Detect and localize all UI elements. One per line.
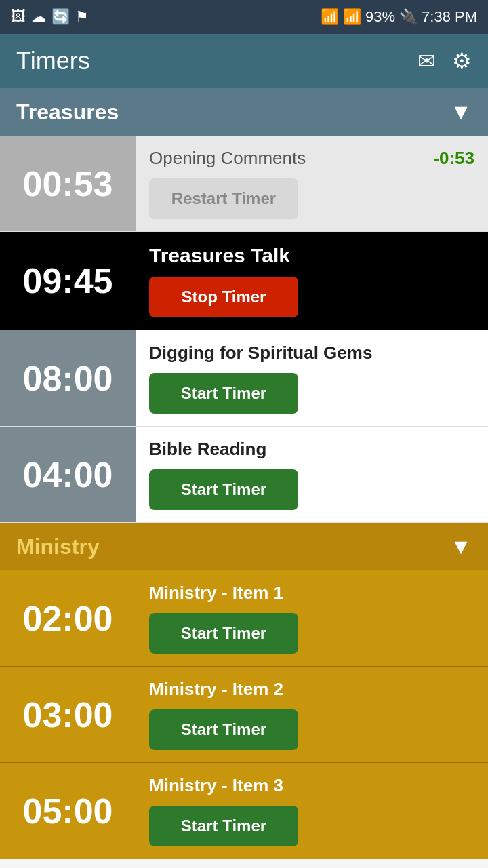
- treasures-talk-row: 09:45 Treasures Talk Stop Timer: [0, 232, 488, 330]
- opening-comments-title-row: Opening Comments -0:53: [149, 148, 474, 169]
- ministry-item-1-content: Ministry - Item 1 Start Timer: [136, 570, 488, 666]
- treasures-talk-timer-display: 09:45: [0, 232, 136, 330]
- sync-icon: 🔄: [52, 8, 70, 26]
- opening-comments-timer-display: 00:53: [0, 136, 136, 231]
- opening-comments-content: Opening Comments -0:53 Restart Timer: [136, 136, 488, 231]
- bible-reading-start-button[interactable]: Start Timer: [149, 469, 298, 510]
- battery-icon: 🔌: [399, 8, 418, 26]
- ministry-item-1-start-button[interactable]: Start Timer: [149, 613, 298, 654]
- digging-gems-content: Digging for Spiritual Gems Start Timer: [136, 330, 488, 426]
- treasures-chevron-icon: ▼: [450, 100, 472, 125]
- treasures-talk-content: Treasures Talk Stop Timer: [136, 232, 488, 330]
- status-bar-right-icons: 📶 📶 93% 🔌 7:38 PM: [321, 8, 477, 26]
- ministry-item-2-timer-display: 03:00: [0, 667, 136, 762]
- settings-icon[interactable]: ⚙: [452, 48, 472, 74]
- digging-gems-row: 08:00 Digging for Spiritual Gems Start T…: [0, 330, 488, 427]
- digging-gems-start-button[interactable]: Start Timer: [149, 373, 298, 414]
- bible-reading-title-row: Bible Reading: [149, 439, 474, 460]
- ministry-item-3-row: 05:00 Ministry - Item 3 Start Timer: [0, 763, 488, 859]
- treasures-section-header[interactable]: Treasures ▼: [0, 88, 488, 136]
- signal-icon: 📶: [343, 8, 361, 26]
- clock-time: 7:38 PM: [422, 8, 477, 26]
- digging-gems-time: 08:00: [23, 358, 113, 399]
- bible-reading-content: Bible Reading Start Timer: [136, 427, 488, 522]
- ministry-item-2-row: 03:00 Ministry - Item 2 Start Timer: [0, 667, 488, 763]
- ministry-item-1-title-row: Ministry - Item 1: [149, 583, 474, 604]
- ministry-item-3-start-button[interactable]: Start Timer: [149, 806, 298, 846]
- bible-reading-timer-display: 04:00: [0, 427, 136, 522]
- status-bar: 🖼 ☁ 🔄 ⚑ 📶 📶 93% 🔌 7:38 PM: [0, 0, 488, 34]
- digging-gems-title-row: Digging for Spiritual Gems: [149, 342, 474, 363]
- bible-reading-row: 04:00 Bible Reading Start Timer: [0, 427, 488, 523]
- ministry-item-2-content: Ministry - Item 2 Start Timer: [136, 667, 488, 762]
- top-bar: Timers ✉ ⚙: [0, 34, 488, 88]
- stop-timer-button[interactable]: Stop Timer: [149, 277, 298, 317]
- restart-timer-button[interactable]: Restart Timer: [149, 178, 298, 219]
- ministry-chevron-icon: ▼: [450, 534, 472, 559]
- bible-reading-time: 04:00: [23, 454, 113, 495]
- cloud-icon: ☁: [31, 8, 46, 26]
- digging-gems-name: Digging for Spiritual Gems: [149, 342, 372, 363]
- ministry-item-3-title-row: Ministry - Item 3: [149, 775, 474, 796]
- treasures-talk-title-row: Treasures Talk: [149, 244, 474, 267]
- opening-comments-name: Opening Comments: [149, 148, 306, 169]
- ministry-item-2-title-row: Ministry - Item 2: [149, 679, 474, 700]
- status-bar-left-icons: 🖼 ☁ 🔄 ⚑: [11, 8, 89, 26]
- ministry-item-2-start-button[interactable]: Start Timer: [149, 709, 298, 750]
- opening-comments-overtime: -0:53: [433, 148, 474, 169]
- ministry-section-header[interactable]: Ministry ▼: [0, 523, 488, 570]
- ministry-item-1-time: 02:00: [23, 598, 113, 639]
- ministry-item-1-row: 02:00 Ministry - Item 1 Start Timer: [0, 570, 488, 667]
- ministry-item-2-time: 03:00: [23, 694, 113, 735]
- ministry-section-title: Ministry: [16, 534, 100, 559]
- ministry-item-2-name: Ministry - Item 2: [149, 679, 283, 700]
- treasures-talk-name: Treasures Talk: [149, 244, 290, 267]
- opening-comments-row: 00:53 Opening Comments -0:53 Restart Tim…: [0, 136, 488, 232]
- wifi-icon: 📶: [321, 8, 339, 26]
- app-title: Timers: [16, 47, 90, 75]
- treasures-talk-time: 09:45: [23, 260, 113, 301]
- ministry-item-1-timer-display: 02:00: [0, 570, 136, 666]
- battery-text: 93%: [365, 8, 395, 26]
- ministry-item-3-timer-display: 05:00: [0, 763, 136, 859]
- top-bar-action-icons: ✉ ⚙: [418, 48, 472, 74]
- ministry-item-3-time: 05:00: [23, 791, 113, 831]
- opening-comments-time: 00:53: [23, 163, 113, 204]
- ministry-item-1-name: Ministry - Item 1: [149, 583, 283, 604]
- ministry-item-3-name: Ministry - Item 3: [149, 775, 283, 796]
- flag-icon: ⚑: [75, 8, 89, 26]
- mail-icon[interactable]: ✉: [418, 48, 436, 74]
- digging-gems-timer-display: 08:00: [0, 330, 136, 426]
- ministry-item-3-content: Ministry - Item 3 Start Timer: [136, 763, 488, 859]
- image-icon: 🖼: [11, 8, 26, 26]
- bible-reading-name: Bible Reading: [149, 439, 266, 460]
- treasures-section-title: Treasures: [16, 100, 119, 125]
